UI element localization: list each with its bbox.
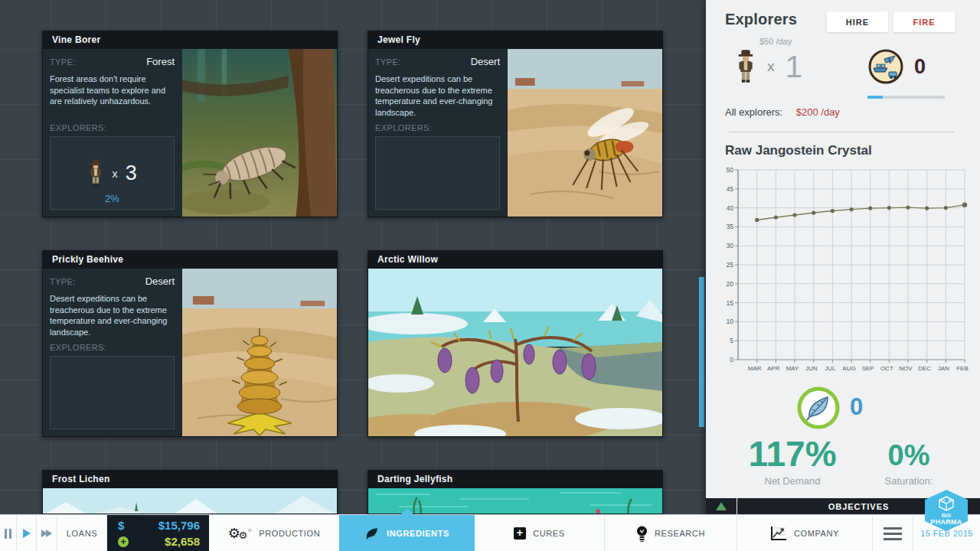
ingredient-card-jewel-fly[interactable]: Jewel Fly TYPE: Desert Desert expedition… — [368, 31, 663, 217]
tab-company[interactable]: COMPANY — [737, 515, 873, 551]
card-image-desert-fly — [508, 49, 662, 217]
card-description: Forest areas don't require specialist te… — [50, 73, 175, 107]
cures-plus-icon: + — [514, 527, 526, 540]
pause-button[interactable] — [0, 515, 17, 551]
svg-text:35: 35 — [727, 223, 734, 230]
objectives-warning-box[interactable] — [706, 498, 737, 514]
big-pharma-ingredients-screen: Vine Borer TYPE: Forest Forest areas don… — [0, 0, 980, 551]
card-description: Desert expeditions can be treacherous du… — [50, 293, 175, 337]
svg-text:15: 15 — [727, 299, 734, 307]
explorers-slot[interactable] — [375, 136, 500, 210]
cash-value: $15,796 — [158, 519, 200, 532]
tab-cures[interactable]: + CURES — [475, 515, 605, 551]
logo-cube-icon — [938, 496, 955, 511]
svg-text:JUL: JUL — [825, 365, 836, 372]
type-value: Desert — [145, 276, 175, 287]
income-value: $2,658 — [165, 535, 200, 548]
multiply-symbol: x — [112, 167, 118, 180]
play-button[interactable] — [17, 515, 37, 551]
svg-text:30: 30 — [727, 242, 734, 249]
price-history-chart: 05101520253035404550MARAPRMAYJUNJULAUGSE… — [720, 162, 969, 375]
tab-production[interactable]: ⚙⚙○ PRODUCTION — [209, 515, 339, 551]
gears-icon: ⚙⚙○ — [228, 527, 252, 540]
explorer-unit-cost: $50 /day — [760, 37, 792, 46]
discovery-percent: 2% — [51, 193, 174, 204]
bottom-toolbar: LOANS $ $15,796 + $2,658 ⚙⚙○ PRODUCTION … — [0, 514, 980, 551]
ingredient-card-frost-lichen[interactable]: Frost Lichen — [42, 470, 338, 514]
divider — [729, 132, 954, 132]
panel-title: Explorers — [725, 11, 797, 28]
ingredient-card-prickly-beehive[interactable]: Prickly Beehive TYPE: Desert Desert expe… — [42, 250, 338, 437]
company-label: COMPANY — [794, 529, 839, 538]
ingredient-grid-background: Vine Borer TYPE: Forest Forest areas don… — [0, 0, 706, 551]
currency-icon: $ — [118, 519, 124, 532]
ingredient-card-vine-borer[interactable]: Vine Borer TYPE: Forest Forest areas don… — [42, 31, 338, 217]
explorers-label: EXPLORERS: — [50, 343, 175, 352]
transport-progress-fill — [867, 96, 883, 99]
svg-text:JUN: JUN — [805, 365, 818, 372]
type-label: TYPE: — [375, 57, 401, 67]
net-demand-label: Net Demand — [727, 475, 858, 487]
svg-text:0: 0 — [730, 356, 733, 364]
transport-upgrade-count: 0 — [914, 55, 926, 79]
type-value: Desert — [471, 56, 500, 67]
type-label: TYPE: — [50, 277, 76, 286]
scrollbar-thumb[interactable] — [699, 277, 704, 427]
svg-text:5: 5 — [730, 337, 733, 344]
card-title: Jewel Fly — [368, 31, 662, 49]
logo-text-bottom: PHARMA — [930, 518, 962, 526]
leaf-icon — [364, 527, 380, 540]
tab-ingredients[interactable]: INGREDIENTS — [339, 515, 475, 551]
menu-button[interactable] — [873, 515, 913, 551]
svg-text:MAY: MAY — [786, 365, 799, 372]
svg-text:MAR: MAR — [748, 365, 762, 372]
explorer-icon — [735, 49, 756, 84]
svg-text:FEB: FEB — [956, 365, 969, 372]
money-display[interactable]: $ $15,796 + $2,658 — [107, 515, 209, 551]
card-image-arctic — [368, 269, 662, 436]
multiply-symbol: x — [767, 58, 775, 75]
ingredient-leaf-badge-icon — [797, 386, 840, 429]
type-label: TYPE: — [50, 57, 76, 67]
saturation-label: Saturation: — [868, 475, 949, 487]
loans-label: LOANS — [67, 529, 97, 538]
loans-button[interactable]: LOANS — [57, 515, 107, 551]
net-demand-value: 117% — [727, 433, 858, 474]
cures-label: CURES — [533, 529, 565, 538]
type-value: Forest — [146, 56, 175, 67]
tab-research[interactable]: RESEARCH — [605, 515, 737, 551]
fast-forward-icon — [41, 530, 52, 537]
production-label: PRODUCTION — [259, 529, 320, 538]
explorer-count: 3 — [126, 161, 137, 185]
svg-text:JAN: JAN — [938, 365, 949, 372]
card-image-forest — [182, 49, 337, 217]
transport-icon — [867, 48, 904, 85]
svg-text:DEC: DEC — [918, 365, 931, 372]
research-label: RESEARCH — [655, 529, 705, 538]
card-image-frost — [43, 488, 337, 514]
line-chart-icon — [770, 526, 787, 541]
svg-text:NOV: NOV — [899, 365, 913, 372]
fire-button[interactable]: FIRE — [893, 11, 955, 32]
saturation-value: 0% — [868, 439, 949, 472]
svg-text:45: 45 — [727, 185, 734, 193]
svg-text:20: 20 — [727, 280, 734, 288]
hire-button[interactable]: HIRE — [827, 11, 888, 32]
svg-text:APR: APR — [767, 365, 780, 372]
card-title: Arctic Willow — [368, 251, 662, 269]
explorer-icon — [87, 158, 104, 187]
explorers-slot[interactable] — [50, 356, 175, 429]
fast-forward-button[interactable] — [37, 515, 57, 551]
explorers-panel: Explorers HIRE FIRE $50 /day x 1 — [706, 0, 980, 551]
warning-triangle-icon — [716, 502, 727, 510]
active-ingredient-count: 0 — [850, 393, 863, 421]
svg-text:40: 40 — [727, 204, 734, 212]
all-explorers-label: All explorers: — [725, 106, 782, 118]
svg-text:AUG: AUG — [842, 365, 855, 372]
ingredients-tab-notch — [400, 508, 414, 515]
pause-icon — [5, 529, 11, 539]
income-plus-icon: + — [118, 536, 129, 547]
svg-text:10: 10 — [727, 318, 734, 325]
ingredient-card-arctic-willow[interactable]: Arctic Willow — [368, 250, 663, 437]
explorers-slot[interactable]: x 3 2% — [50, 136, 175, 210]
